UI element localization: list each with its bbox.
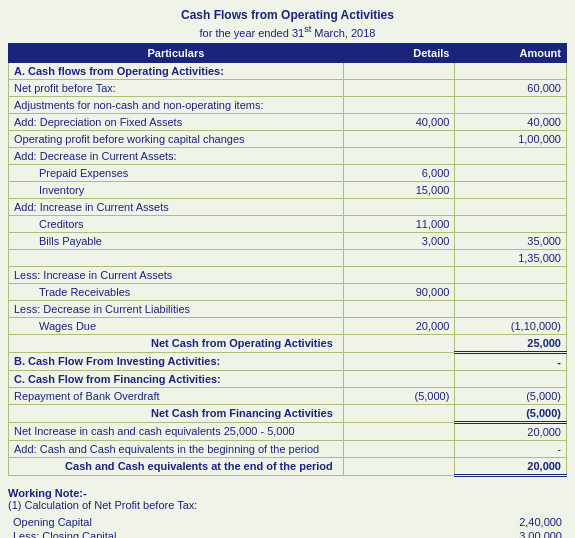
particulars-cell: Cash and Cash equivalents at the end of … [9,457,344,475]
details-cell [343,352,455,370]
table-row: Net Cash from Financing Activities(5,000… [9,404,567,422]
particulars-cell: Net Cash from Financing Activities [9,404,344,422]
details-cell [343,422,455,440]
amount-cell: 40,000 [455,113,567,130]
table-row: Creditors11,000 [9,215,567,232]
particulars-cell: C. Cash Flow from Financing Activities: [9,370,344,387]
working-val1 [232,529,400,538]
table-row: Prepaid Expenses6,000 [9,164,567,181]
particulars-cell: Inventory [9,181,344,198]
details-cell [343,249,455,266]
amount-cell: 35,000 [455,232,567,249]
working-label: Opening Capital [8,515,232,529]
details-cell: 90,000 [343,283,455,300]
amount-cell: - [455,440,567,457]
particulars-cell: Prepaid Expenses [9,164,344,181]
particulars-cell: Add: Cash and Cash equivalents in the be… [9,440,344,457]
table-row: A. Cash flows from Operating Activities: [9,62,567,79]
amount-cell [455,198,567,215]
details-cell: 20,000 [343,317,455,334]
amount-cell: (1,10,000) [455,317,567,334]
details-cell: 6,000 [343,164,455,181]
particulars-cell: Less: Increase in Current Assets [9,266,344,283]
amount-cell: 1,35,000 [455,249,567,266]
particulars-cell: Add: Decrease in Current Assets: [9,147,344,164]
amount-cell: 60,000 [455,79,567,96]
main-title: Cash Flows from Operating Activities [8,8,567,22]
amount-cell [455,370,567,387]
amount-cell: 25,000 [455,334,567,352]
amount-cell [455,181,567,198]
particulars-cell: Net Cash from Operating Activities [9,334,344,352]
table-row: Inventory15,000 [9,181,567,198]
particulars-cell: Operating profit before working capital … [9,130,344,147]
table-row: B. Cash Flow From Investing Activities:- [9,352,567,370]
particulars-cell: Adjustments for non-cash and non-operati… [9,96,344,113]
table-row: Bills Payable3,00035,000 [9,232,567,249]
details-cell [343,300,455,317]
particulars-cell: Add: Increase in Current Assets [9,198,344,215]
working-subtitle: (1) Calculation of Net Profit before Tax… [8,499,567,511]
cash-flow-table: Particulars Details Amount A. Cash flows… [8,43,567,477]
particulars-cell: Creditors [9,215,344,232]
particulars-cell: Repayment of Bank Overdraft [9,387,344,404]
particulars-cell: Net Increase in cash and cash equivalent… [9,422,344,440]
col-header-particulars: Particulars [9,43,344,62]
table-row: Net Cash from Operating Activities25,000 [9,334,567,352]
amount-cell: - [455,352,567,370]
table-row: Add: Cash and Cash equivalents in the be… [9,440,567,457]
particulars-cell: Less: Decrease in Current Liabilities [9,300,344,317]
table-row: 1,35,000 [9,249,567,266]
working-val1 [232,515,400,529]
details-cell [343,96,455,113]
amount-cell [455,62,567,79]
details-cell [343,79,455,96]
amount-cell [455,215,567,232]
table-row: Cash and Cash equivalents at the end of … [9,457,567,475]
table-row: Repayment of Bank Overdraft(5,000)(5,000… [9,387,567,404]
amount-cell [455,283,567,300]
working-section: Working Note:- (1) Calculation of Net Pr… [8,487,567,538]
details-cell: (5,000) [343,387,455,404]
details-cell [343,404,455,422]
amount-cell [455,300,567,317]
table-row: Add: Increase in Current Assets [9,198,567,215]
table-row: Operating profit before working capital … [9,130,567,147]
table-row: Net Increase in cash and cash equivalent… [9,422,567,440]
working-table: Opening Capital2,40,000Less: Closing Cap… [8,515,567,538]
amount-cell [455,147,567,164]
working-label: Less: Closing Capital [8,529,232,538]
particulars-cell: Wages Due [9,317,344,334]
amount-cell [455,164,567,181]
table-row: Adjustments for non-cash and non-operati… [9,96,567,113]
table-row: Wages Due20,000(1,10,000) [9,317,567,334]
working-row: Opening Capital2,40,000 [8,515,567,529]
amount-cell [455,266,567,283]
table-row: Add: Decrease in Current Assets: [9,147,567,164]
col-header-details: Details [343,43,455,62]
details-cell [343,198,455,215]
particulars-cell: Bills Payable [9,232,344,249]
particulars-cell: B. Cash Flow From Investing Activities: [9,352,344,370]
particulars-cell [9,249,344,266]
table-row: Add: Depreciation on Fixed Assets40,0004… [9,113,567,130]
details-cell [343,147,455,164]
particulars-cell: Trade Receivables [9,283,344,300]
details-cell [343,370,455,387]
amount-cell [455,96,567,113]
sub-title: for the year ended 31st March, 2018 [8,24,567,39]
amount-cell: (5,000) [455,387,567,404]
col-header-amount: Amount [455,43,567,62]
details-cell [343,130,455,147]
details-cell: 15,000 [343,181,455,198]
working-val2: 2,40,000 [399,515,567,529]
particulars-cell: A. Cash flows from Operating Activities: [9,62,344,79]
working-row: Less: Closing Capital3,00,000 [8,529,567,538]
table-row: Less: Decrease in Current Liabilities [9,300,567,317]
amount-cell: 1,00,000 [455,130,567,147]
working-val2: 3,00,000 [399,529,567,538]
details-cell [343,62,455,79]
working-title: Working Note:- [8,487,567,499]
amount-cell: 20,000 [455,457,567,475]
details-cell [343,440,455,457]
